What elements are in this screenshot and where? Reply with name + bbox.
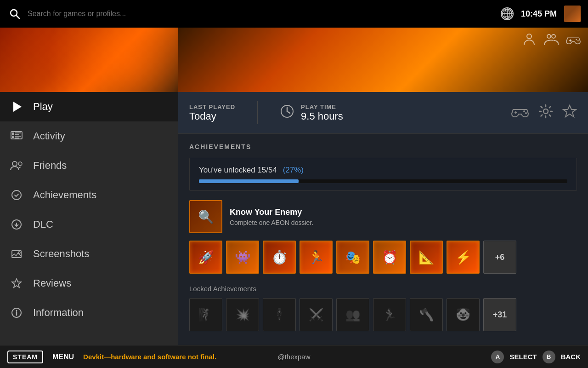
- svg-point-24: [527, 34, 531, 39]
- sidebar-item-activity[interactable]: Activity: [0, 121, 178, 151]
- globe-icon[interactable]: [501, 7, 514, 20]
- recent-achievement: 🔍 Know Your Enemy Complete one AEON doss…: [189, 200, 577, 233]
- locked-icon-4[interactable]: ⚔️: [300, 298, 333, 331]
- locked-section-title: Locked Achievements: [189, 285, 577, 293]
- steam-button[interactable]: STEAM: [7, 351, 43, 363]
- achievement-icon-3[interactable]: ⏱️: [263, 241, 296, 274]
- svg-point-37: [525, 112, 527, 114]
- sidebar-item-achievements[interactable]: Achievements: [0, 180, 178, 210]
- svg-point-26: [552, 34, 555, 38]
- person-icon: [522, 32, 537, 47]
- last-played-stat: LAST PLAYED Today: [189, 104, 235, 122]
- achievement-icon-1[interactable]: 🚀: [189, 241, 222, 274]
- stats-bar: LAST PLAYED Today PLAY TIME 9.5 hours: [178, 92, 588, 134]
- achievement-icon-6[interactable]: ⏰: [373, 241, 406, 274]
- svg-rect-9: [12, 136, 14, 138]
- back-label[interactable]: BACK: [561, 353, 581, 361]
- group-icon: [544, 32, 559, 47]
- sidebar-hero-image: [0, 28, 178, 92]
- achievement-info: Know Your Enemy Complete one AEON dossie…: [230, 207, 313, 226]
- achievement-icon-2[interactable]: 👾: [226, 241, 259, 274]
- bottom-bar: STEAM MENU Devkit—hardware and software …: [0, 345, 588, 368]
- svg-line-1: [16, 15, 19, 18]
- achievement-icon-7[interactable]: 📐: [410, 241, 443, 274]
- sidebar: Play Activity: [0, 28, 178, 368]
- achievement-name: Know Your Enemy: [230, 207, 313, 217]
- select-badge: A: [491, 351, 504, 363]
- svg-point-23: [16, 310, 17, 311]
- search-input[interactable]: [28, 10, 495, 18]
- game-banner-icons: [522, 32, 581, 47]
- svg-point-25: [547, 34, 551, 38]
- dlc-icon: [9, 217, 24, 232]
- locked-icon-8[interactable]: 🤡: [447, 298, 480, 331]
- svg-point-29: [576, 39, 577, 40]
- svg-point-36: [523, 110, 525, 112]
- locked-icon-6[interactable]: 🏃: [373, 298, 406, 331]
- sidebar-item-friends[interactable]: Friends: [0, 151, 178, 180]
- achievements-icon: [9, 188, 24, 202]
- last-played-value: Today: [189, 110, 235, 122]
- right-content: LAST PLAYED Today PLAY TIME 9.5 hours: [178, 28, 588, 368]
- play-time-label: PLAY TIME: [301, 104, 343, 110]
- play-time-stat: PLAY TIME 9.5 hours: [280, 104, 343, 122]
- sidebar-item-label-reviews: Reviews: [33, 277, 71, 289]
- last-played-label: LAST PLAYED: [189, 104, 235, 110]
- clock-icon: [280, 104, 294, 122]
- svg-point-16: [12, 190, 21, 200]
- achievement-icon-5[interactable]: 🎭: [336, 241, 369, 274]
- sidebar-item-reviews[interactable]: Reviews: [0, 269, 178, 298]
- locked-icon-5[interactable]: 👥: [336, 298, 369, 331]
- menu-label[interactable]: MENU: [52, 353, 74, 361]
- controller-action-icon[interactable]: [511, 105, 529, 121]
- reviews-icon: [9, 276, 24, 291]
- achievements-section-title: ACHIEVEMENTS: [189, 143, 577, 150]
- svg-point-14: [12, 161, 17, 166]
- information-icon: [9, 305, 24, 320]
- sidebar-item-dlc[interactable]: DLC: [0, 210, 178, 239]
- achievement-progress-text: You've unlocked 15/54 (27%): [199, 166, 567, 175]
- locked-icons-row: 🧗 💥 🕴️ ⚔️ 👥 🏃 🪓: [189, 298, 577, 331]
- main-area: Play Activity: [0, 28, 588, 368]
- achievement-percent: (27%): [283, 166, 304, 174]
- play-time-value: 9.5 hours: [301, 110, 343, 122]
- svg-rect-13: [15, 138, 19, 138]
- nav-items: Play Activity: [0, 92, 178, 368]
- more-unlocked[interactable]: +6: [483, 241, 516, 274]
- locked-icon-2[interactable]: 💥: [226, 298, 259, 331]
- back-badge: B: [543, 351, 555, 363]
- svg-rect-11: [15, 134, 19, 135]
- svg-rect-8: [12, 132, 14, 135]
- svg-marker-39: [563, 105, 576, 117]
- sidebar-item-play[interactable]: Play: [0, 92, 178, 121]
- sidebar-item-label-screenshots: Screenshots: [33, 248, 89, 260]
- top-bar: 10:45 PM: [0, 0, 588, 28]
- locked-icon-1[interactable]: 🧗: [189, 298, 222, 331]
- sidebar-item-information[interactable]: Information: [0, 298, 178, 328]
- friends-icon: [9, 158, 24, 173]
- achievement-badge: 🔍: [189, 200, 222, 233]
- svg-rect-12: [15, 136, 21, 137]
- achievement-icon-8[interactable]: ⚡: [447, 241, 480, 274]
- sidebar-item-label-dlc: DLC: [33, 218, 53, 230]
- progress-bar-bg: [199, 179, 567, 183]
- achievement-progress-box: You've unlocked 15/54 (27%): [189, 158, 577, 191]
- progress-bar-fill: [199, 179, 299, 183]
- stats-actions: [511, 104, 577, 122]
- play-time-info: PLAY TIME 9.5 hours: [301, 104, 343, 122]
- svg-point-15: [18, 162, 22, 166]
- locked-icon-3[interactable]: 🕴️: [263, 298, 296, 331]
- svg-rect-10: [15, 132, 21, 133]
- settings-action-icon[interactable]: [538, 104, 553, 122]
- star-action-icon[interactable]: [562, 104, 577, 122]
- locked-icon-7[interactable]: 🪓: [410, 298, 443, 331]
- sidebar-item-label-information: Information: [33, 307, 84, 319]
- stats-divider: [257, 101, 258, 124]
- sidebar-item-label-play: Play: [33, 101, 53, 113]
- more-locked[interactable]: +31: [483, 298, 516, 331]
- achievement-icon-4[interactable]: 🏃: [300, 241, 333, 274]
- top-bar-right: 10:45 PM: [501, 6, 581, 22]
- sidebar-item-screenshots[interactable]: Screenshots: [0, 239, 178, 269]
- bottom-bar-right: A SELECT B BACK: [491, 351, 581, 363]
- select-label[interactable]: SELECT: [509, 353, 537, 361]
